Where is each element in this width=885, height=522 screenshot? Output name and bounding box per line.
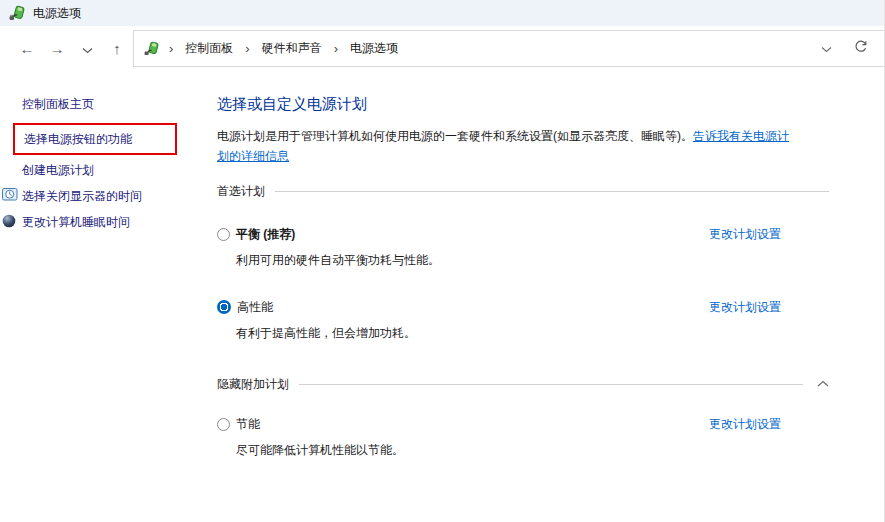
- plan-row-high-performance: 高性能 更改计划设置 有利于提高性能，但会增加功耗。: [217, 299, 829, 342]
- plan-name: 节能: [236, 416, 260, 433]
- address-bar[interactable]: › 控制面板 › 硬件和声音 › 电源选项: [133, 30, 884, 67]
- sidebar-item-choose-power-buttons[interactable]: 选择电源按钮的功能: [13, 123, 177, 155]
- sidebar-item-label: 选择电源按钮的功能: [24, 132, 132, 146]
- sidebar-item-choose-display-off-time[interactable]: 选择关闭显示器的时间: [0, 189, 217, 203]
- radio-power-saver[interactable]: [217, 418, 230, 431]
- window-title: 电源选项: [33, 5, 81, 22]
- intro-paragraph: 电源计划是用于管理计算机如何使用电源的一套硬件和系统设置(如显示器亮度、睡眠等)…: [217, 127, 799, 167]
- power-options-window: 电源选项 ← → ↑ › 控制面板 › 硬件和声音 ›: [0, 0, 885, 522]
- plan-description: 利用可用的硬件自动平衡功耗与性能。: [236, 252, 829, 269]
- plan-name: 高性能: [237, 299, 273, 316]
- sidebar-item-change-sleep-time[interactable]: 更改计算机睡眠时间: [0, 215, 217, 229]
- breadcrumb-power-icon: [144, 41, 159, 56]
- sidebar-item-label: 创建电源计划: [22, 163, 94, 177]
- change-plan-settings-link[interactable]: 更改计划设置: [709, 299, 781, 316]
- refresh-icon[interactable]: [854, 40, 868, 57]
- up-button[interactable]: ↑: [102, 40, 132, 57]
- section-preferred-plans: 首选计划: [217, 183, 829, 200]
- recent-pages-chevron-down-icon[interactable]: [72, 40, 102, 57]
- content-area: 控制面板主页 选择电源按钮的功能 创建电源计划 选择关闭显示器的时间: [0, 71, 884, 522]
- breadcrumb-power-options[interactable]: 电源选项: [348, 38, 400, 59]
- section-divider: [275, 191, 829, 192]
- sidebar-item-label: 控制面板主页: [22, 97, 94, 111]
- section-hidden-plans: 隐藏附加计划: [217, 376, 829, 393]
- breadcrumb-control-panel[interactable]: 控制面板: [183, 38, 235, 59]
- radio-high-performance[interactable]: [217, 300, 231, 314]
- display-clock-icon: [2, 188, 18, 206]
- breadcrumb-separator-icon: ›: [166, 41, 176, 56]
- power-options-icon: [9, 5, 25, 21]
- breadcrumb-hardware-sound[interactable]: 硬件和声音: [260, 38, 324, 59]
- radio-balanced[interactable]: [217, 228, 230, 241]
- sidebar: 控制面板主页 选择电源按钮的功能 创建电源计划 选择关闭显示器的时间: [0, 71, 217, 522]
- plan-row-balanced: 平衡 (推荐) 更改计划设置 利用可用的硬件自动平衡功耗与性能。: [217, 226, 829, 269]
- change-plan-settings-link[interactable]: 更改计划设置: [709, 226, 781, 243]
- plan-description: 有利于提高性能，但会增加功耗。: [236, 325, 829, 342]
- breadcrumb-separator-icon: ›: [331, 41, 341, 56]
- plan-row-power-saver: 节能 更改计划设置 尽可能降低计算机性能以节能。: [217, 416, 829, 459]
- change-plan-settings-link[interactable]: 更改计划设置: [709, 416, 781, 433]
- sidebar-item-create-power-plan[interactable]: 创建电源计划: [0, 163, 217, 177]
- section-label: 隐藏附加计划: [217, 376, 289, 393]
- forward-button[interactable]: →: [42, 40, 72, 57]
- intro-text: 电源计划是用于管理计算机如何使用电源的一套硬件和系统设置(如显示器亮度、睡眠等)…: [217, 129, 693, 143]
- address-bar-controls: [821, 40, 874, 57]
- back-button[interactable]: ←: [12, 40, 42, 57]
- plan-description: 尽可能降低计算机性能以节能。: [236, 442, 829, 459]
- sidebar-item-label: 更改计算机睡眠时间: [22, 215, 130, 229]
- nav-buttons: ← → ↑: [0, 40, 133, 57]
- breadcrumb-separator-icon: ›: [242, 41, 252, 56]
- sidebar-item-label: 选择关闭显示器的时间: [22, 189, 142, 203]
- sidebar-item-control-panel-home[interactable]: 控制面板主页: [0, 97, 217, 111]
- section-label: 首选计划: [217, 183, 265, 200]
- section-divider: [299, 384, 803, 385]
- plan-name: 平衡 (推荐): [236, 226, 295, 243]
- navigation-bar: ← → ↑ › 控制面板 › 硬件和声音 › 电源选项: [0, 26, 884, 71]
- page-title: 选择或自定义电源计划: [217, 95, 829, 114]
- address-dropdown-chevron-icon[interactable]: [821, 42, 832, 56]
- main-pane: 选择或自定义电源计划 电源计划是用于管理计算机如何使用电源的一套硬件和系统设置(…: [217, 71, 884, 522]
- moon-sleep-icon: [2, 214, 16, 231]
- collapse-chevron-up-icon[interactable]: [817, 380, 829, 388]
- titlebar: 电源选项: [0, 0, 884, 26]
